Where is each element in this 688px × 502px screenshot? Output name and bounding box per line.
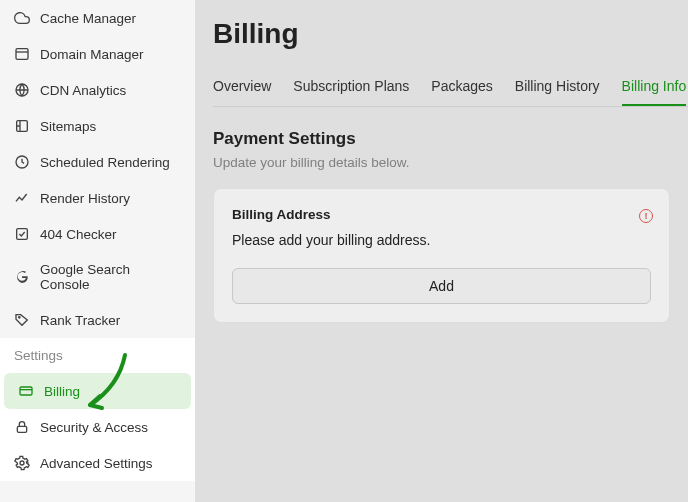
sidebar-item-label: Render History xyxy=(40,191,130,206)
sidebar-item-label: Billing xyxy=(44,384,80,399)
settings-header: Settings xyxy=(0,338,195,373)
svg-rect-4 xyxy=(17,229,28,240)
tag-icon xyxy=(14,312,30,328)
section-title: Payment Settings xyxy=(213,129,688,149)
browser-icon xyxy=(14,46,30,62)
svg-point-5 xyxy=(19,317,20,318)
sidebar-item-label: Advanced Settings xyxy=(40,456,153,471)
add-button[interactable]: Add xyxy=(232,268,651,304)
sidebar-item-render-history[interactable]: Render History xyxy=(0,180,195,216)
sidebar-item-scheduled-rendering[interactable]: Scheduled Rendering xyxy=(0,144,195,180)
section-subtitle: Update your billing details below. xyxy=(213,155,688,170)
credit-card-icon xyxy=(18,383,34,399)
card-title: Billing Address xyxy=(232,207,651,222)
sidebar-item-billing[interactable]: Billing xyxy=(4,373,191,409)
tabs: Overview Subscription Plans Packages Bil… xyxy=(213,68,688,107)
page-title: Billing xyxy=(213,18,688,50)
clock-icon xyxy=(14,154,30,170)
svg-rect-6 xyxy=(20,387,32,395)
tab-subscription-plans[interactable]: Subscription Plans xyxy=(293,68,409,106)
tab-packages[interactable]: Packages xyxy=(431,68,492,106)
lock-icon xyxy=(14,419,30,435)
sidebar-item-rank-tracker[interactable]: Rank Tracker xyxy=(0,302,195,338)
tab-overview[interactable]: Overview xyxy=(213,68,271,106)
sidebar-item-security-access[interactable]: Security & Access xyxy=(0,409,195,445)
sidebar-item-label: Domain Manager xyxy=(40,47,144,62)
sidebar-item-label: Scheduled Rendering xyxy=(40,155,170,170)
svg-point-8 xyxy=(20,461,24,465)
svg-rect-7 xyxy=(17,426,26,432)
google-icon xyxy=(14,269,30,285)
cloud-icon xyxy=(14,10,30,26)
sidebar-item-label: Security & Access xyxy=(40,420,148,435)
sidebar-item-label: Rank Tracker xyxy=(40,313,120,328)
sidebar-item-label: 404 Checker xyxy=(40,227,117,242)
billing-address-card: Billing Address Please add your billing … xyxy=(213,188,670,323)
gear-icon xyxy=(14,455,30,471)
tab-billing-info[interactable]: Billing Info xyxy=(622,68,687,106)
svg-rect-0 xyxy=(16,49,28,60)
sidebar-item-google-search-console[interactable]: Google Search Console xyxy=(0,252,195,302)
sidebar-item-cdn-analytics[interactable]: CDN Analytics xyxy=(0,72,195,108)
sidebar-item-advanced-settings[interactable]: Advanced Settings xyxy=(0,445,195,481)
main-content: Billing Overview Subscription Plans Pack… xyxy=(195,0,688,502)
sidebar: Cache Manager Domain Manager CDN Analyti… xyxy=(0,0,195,502)
sidebar-item-label: Cache Manager xyxy=(40,11,136,26)
check-square-icon xyxy=(14,226,30,242)
sidebar-item-label: Google Search Console xyxy=(40,262,181,292)
settings-section: Settings Billing Security & Access Advan… xyxy=(0,338,195,481)
tab-billing-history[interactable]: Billing History xyxy=(515,68,600,106)
globe-icon xyxy=(14,82,30,98)
sidebar-item-domain-manager[interactable]: Domain Manager xyxy=(0,36,195,72)
sidebar-item-cache-manager[interactable]: Cache Manager xyxy=(0,0,195,36)
sidebar-item-404-checker[interactable]: 404 Checker xyxy=(0,216,195,252)
sidebar-item-label: Sitemaps xyxy=(40,119,96,134)
card-text: Please add your billing address. xyxy=(232,232,651,248)
sidebar-item-label: CDN Analytics xyxy=(40,83,126,98)
sitemap-icon xyxy=(14,118,30,134)
sidebar-item-sitemaps[interactable]: Sitemaps xyxy=(0,108,195,144)
chart-line-icon xyxy=(14,190,30,206)
alert-icon xyxy=(639,209,653,223)
